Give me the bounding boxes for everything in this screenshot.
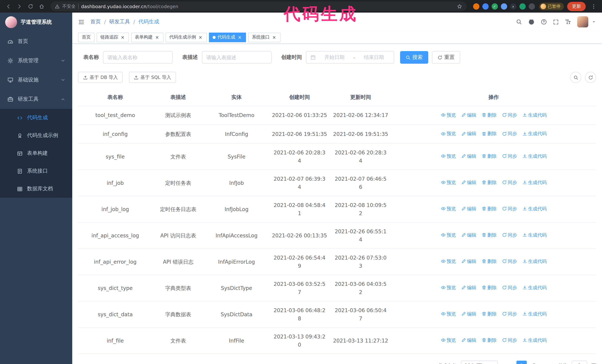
row-action-edit[interactable]: 编辑: [461, 205, 476, 213]
breadcrumb-item-home[interactable]: 首页: [90, 19, 101, 25]
row-action-sync[interactable]: 同步: [502, 257, 517, 266]
sidebar-item-dev-tools[interactable]: 研发工具: [0, 90, 72, 109]
row-action-sync[interactable]: 同步: [502, 130, 517, 138]
row-action-generate[interactable]: 生成代码: [522, 231, 547, 239]
row-action-sync[interactable]: 同步: [502, 310, 517, 318]
table-desc-field[interactable]: [202, 51, 271, 64]
sidebar-item-codegen-example[interactable]: 代码生成示例: [0, 127, 72, 145]
row-action-generate[interactable]: 生成代码: [522, 111, 547, 119]
row-action-generate[interactable]: 生成代码: [522, 336, 547, 344]
table-name-field[interactable]: [103, 51, 173, 64]
row-action-generate[interactable]: 生成代码: [522, 257, 547, 266]
leaf-extension-icon[interactable]: [519, 3, 526, 10]
end-date-placeholder[interactable]: 结束日期: [358, 54, 390, 61]
row-action-edit[interactable]: 编辑: [461, 130, 476, 138]
row-action-preview[interactable]: 预览: [441, 111, 456, 119]
sidebar-item-system[interactable]: 系统管理: [0, 51, 72, 70]
back-icon[interactable]: [4, 2, 13, 11]
forward-icon[interactable]: [15, 2, 24, 11]
row-action-sync[interactable]: 同步: [502, 152, 517, 160]
close-icon[interactable]: ×: [198, 35, 203, 40]
terminal-extension-icon[interactable]: ›: [510, 3, 516, 10]
reset-button[interactable]: 重置: [432, 51, 460, 64]
row-action-delete[interactable]: 删除: [481, 178, 497, 187]
caret-down-icon[interactable]: [592, 20, 596, 24]
tab-tracer[interactable]: 链路追踪×: [97, 32, 129, 42]
row-action-edit[interactable]: 编辑: [461, 336, 476, 344]
row-action-preview[interactable]: 预览: [441, 336, 456, 344]
row-action-sync[interactable]: 同步: [502, 231, 517, 239]
row-action-preview[interactable]: 预览: [441, 130, 456, 138]
chrome-update-button[interactable]: 更新: [567, 2, 586, 11]
close-icon[interactable]: ×: [120, 35, 125, 40]
row-action-edit[interactable]: 编辑: [461, 231, 476, 239]
github-icon[interactable]: [528, 19, 535, 25]
sidebar-item-db-doc[interactable]: 数据库文档: [0, 180, 72, 198]
goto-page-input[interactable]: [572, 361, 587, 364]
row-action-edit[interactable]: 编辑: [461, 284, 476, 292]
table-name-input[interactable]: [108, 54, 168, 60]
close-icon[interactable]: ×: [237, 35, 242, 40]
row-action-edit[interactable]: 编辑: [461, 152, 476, 160]
tab-codegen-example[interactable]: 代码生成示例×: [166, 32, 207, 42]
close-icon[interactable]: ×: [271, 35, 277, 40]
help-icon[interactable]: [541, 19, 547, 25]
row-action-edit[interactable]: 编辑: [461, 257, 476, 266]
row-action-sync[interactable]: 同步: [502, 111, 517, 119]
security-label[interactable]: 不安全: [62, 3, 75, 10]
row-action-preview[interactable]: 预览: [441, 152, 456, 160]
check-extension-icon[interactable]: ✓: [491, 3, 498, 10]
sidebar-item-infra[interactable]: 基础设施: [0, 70, 72, 90]
prev-page-button[interactable]: ‹: [502, 361, 512, 364]
row-action-preview[interactable]: 预览: [441, 284, 456, 292]
page-button-2[interactable]: 2: [529, 361, 539, 364]
row-action-preview[interactable]: 预览: [441, 310, 456, 318]
row-action-edit[interactable]: 编辑: [461, 310, 476, 318]
address-bar[interactable]: 不安全 dashboard.yudao.iocoder.cn/tool/code…: [50, 1, 467, 11]
row-action-edit[interactable]: 编辑: [461, 178, 476, 187]
row-action-generate[interactable]: 生成代码: [522, 152, 547, 160]
table-desc-input[interactable]: [206, 54, 267, 60]
drop-extension-icon[interactable]: [482, 3, 488, 10]
row-action-delete[interactable]: 删除: [481, 257, 497, 266]
row-action-preview[interactable]: 预览: [441, 257, 456, 266]
row-action-generate[interactable]: 生成代码: [522, 284, 547, 292]
people-extension-icon[interactable]: [501, 3, 507, 10]
row-action-delete[interactable]: 删除: [481, 111, 497, 119]
row-action-sync[interactable]: 同步: [502, 336, 517, 344]
row-action-delete[interactable]: 删除: [481, 310, 497, 318]
refresh-table-button[interactable]: [585, 72, 596, 83]
chrome-menu-icon[interactable]: [589, 2, 598, 11]
tab-form-builder[interactable]: 表单构建×: [131, 32, 163, 42]
toggle-search-button[interactable]: [570, 72, 581, 83]
font-size-icon[interactable]: [565, 19, 571, 25]
app-logo[interactable]: 芋道管理系统: [0, 13, 72, 32]
puzzle-extension-icon[interactable]: [528, 3, 535, 10]
create-time-range-picker[interactable]: 开始日期 - 结束日期: [306, 51, 394, 64]
row-action-generate[interactable]: 生成代码: [522, 178, 547, 187]
user-avatar[interactable]: [577, 16, 588, 27]
row-action-generate[interactable]: 生成代码: [522, 130, 547, 138]
start-date-placeholder[interactable]: 开始日期: [319, 54, 350, 61]
page-size-select[interactable]: 10条/页: [461, 361, 498, 364]
profile-paused-badge[interactable]: 已暂停: [539, 2, 564, 10]
row-action-delete[interactable]: 删除: [481, 231, 497, 239]
row-action-delete[interactable]: 删除: [481, 152, 497, 160]
row-action-delete[interactable]: 删除: [481, 336, 497, 344]
row-action-sync[interactable]: 同步: [502, 205, 517, 213]
tab-system-api[interactable]: 系统接口×: [248, 32, 280, 42]
row-action-edit[interactable]: 编辑: [461, 111, 476, 119]
import-sql-button[interactable]: 基于 SQL 导入: [129, 72, 176, 83]
search-button[interactable]: 搜索: [400, 51, 428, 64]
next-page-button[interactable]: ›: [543, 361, 554, 364]
url-text[interactable]: dashboard.yudao.iocoder.cn/tool/codegen: [81, 3, 178, 9]
sidebar-item-system-api[interactable]: 系统接口: [0, 162, 72, 180]
search-icon[interactable]: [516, 19, 522, 25]
tab-codegen[interactable]: 代码生成×: [209, 32, 246, 42]
sidebar-item-form-builder[interactable]: 表单构建: [0, 145, 72, 162]
bookmark-star-icon[interactable]: [457, 3, 462, 9]
import-db-button[interactable]: 基于 DB 导入: [78, 72, 123, 83]
fullscreen-icon[interactable]: [553, 19, 559, 25]
row-action-preview[interactable]: 预览: [441, 178, 456, 187]
sidebar-item-home[interactable]: 首页: [0, 32, 72, 51]
